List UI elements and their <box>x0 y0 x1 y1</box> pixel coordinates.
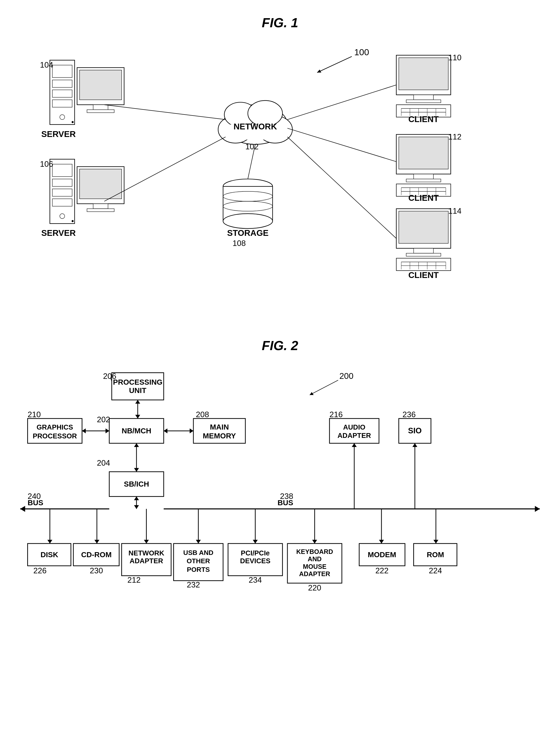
ref-114: 114 <box>448 206 461 215</box>
svg-line-20 <box>104 105 226 120</box>
svg-marker-95 <box>134 443 139 447</box>
usb-label3: PORTS <box>187 566 210 573</box>
ref-102: 102 <box>245 142 258 151</box>
ref-232: 232 <box>187 581 200 590</box>
ref-106: 106 <box>40 160 53 168</box>
processing-unit-label2: UNIT <box>129 386 146 395</box>
sio-label: SIO <box>408 426 422 435</box>
svg-rect-12 <box>52 90 72 97</box>
ref-104: 104 <box>40 61 53 69</box>
keyboard-label3: MOUSE <box>303 563 327 570</box>
fig2-title: FIG. 2 <box>20 338 540 353</box>
svg-rect-54 <box>399 137 448 169</box>
svg-marker-106 <box>47 540 52 544</box>
svg-rect-13 <box>52 100 72 107</box>
storage-icon <box>223 179 273 228</box>
svg-marker-120 <box>433 540 438 544</box>
ref-202-text: 202 <box>97 415 110 424</box>
svg-marker-101 <box>535 506 540 512</box>
svg-marker-103 <box>134 505 139 509</box>
svg-line-80 <box>287 137 396 238</box>
audio-label1: AUDIO <box>343 423 366 431</box>
fig2-diagram: 200 PROCESSING UNIT 206 NB/MCH 202 <box>20 358 540 724</box>
client1-icon <box>396 55 451 117</box>
ref-220: 220 <box>308 583 321 592</box>
ref-216: 216 <box>330 410 343 419</box>
fig2-container: FIG. 2 200 PROCESSING UNIT 206 NB/MC <box>20 338 540 729</box>
fig1-title: FIG. 1 <box>20 15 540 30</box>
server2-label: SERVER <box>41 228 76 237</box>
ref-226: 226 <box>33 566 46 575</box>
svg-marker-104 <box>134 497 139 500</box>
svg-marker-85 <box>135 415 140 419</box>
svg-rect-25 <box>52 199 72 206</box>
ref-236: 236 <box>402 410 416 419</box>
svg-rect-17 <box>93 105 108 110</box>
server1-icon <box>50 60 124 125</box>
audio-label2: ADAPTER <box>338 432 371 440</box>
main-memory-label2: MEMORY <box>203 432 236 440</box>
svg-marker-112 <box>196 540 201 544</box>
svg-point-31 <box>72 220 74 222</box>
modem-label: MODEM <box>368 550 396 559</box>
svg-line-66 <box>287 128 396 161</box>
rom-label: ROM <box>427 550 444 559</box>
ref-100: 100 <box>354 47 369 57</box>
server1-label: SERVER <box>41 129 76 139</box>
page: FIG. 1 100 <box>0 0 560 733</box>
ref-234: 234 <box>249 576 262 585</box>
svg-rect-69 <box>414 248 433 253</box>
svg-rect-28 <box>80 169 122 199</box>
server2-icon <box>50 159 124 223</box>
ref-230: 230 <box>90 566 103 575</box>
svg-rect-40 <box>399 58 448 90</box>
svg-rect-11 <box>52 80 72 87</box>
svg-marker-116 <box>312 540 317 544</box>
ref-238: 238 <box>280 492 293 501</box>
ref-222: 222 <box>375 566 389 575</box>
svg-point-19 <box>72 121 74 123</box>
keyboard-label4: ADAPTER <box>299 570 330 577</box>
keyboard-label1: KEYBOARD <box>296 548 333 555</box>
ref-212: 212 <box>127 576 140 585</box>
network-adapter-label1: NETWORK <box>129 549 164 557</box>
svg-marker-114 <box>253 540 258 544</box>
svg-line-0 <box>317 56 352 73</box>
svg-rect-23 <box>52 179 72 186</box>
main-memory-label1: MAIN <box>210 423 229 431</box>
svg-rect-22 <box>52 164 72 176</box>
network-cloud: NETWORK <box>218 101 292 144</box>
svg-rect-70 <box>406 253 441 256</box>
client3-label: CLIENT <box>408 270 439 280</box>
usb-label1: USB AND <box>183 549 214 557</box>
cd-rom-label: CD-ROM <box>81 550 112 559</box>
processing-unit-label1: PROCESSING <box>113 378 162 386</box>
svg-rect-68 <box>399 211 448 243</box>
network-label: NETWORK <box>233 122 277 131</box>
svg-rect-18 <box>87 110 114 113</box>
svg-rect-41 <box>414 95 433 100</box>
ref-210: 210 <box>27 410 41 419</box>
storage-label: STORAGE <box>227 228 269 237</box>
network-adapter-label2: ADAPTER <box>130 557 163 565</box>
svg-marker-100 <box>20 506 25 512</box>
disk-label: DISK <box>41 550 58 559</box>
svg-rect-24 <box>52 189 72 196</box>
ref-200: 200 <box>339 371 353 381</box>
svg-rect-42 <box>406 100 441 103</box>
svg-line-52 <box>287 85 396 120</box>
ref-204: 204 <box>97 459 110 468</box>
svg-point-35 <box>223 214 273 228</box>
client2-label: CLIENT <box>408 193 439 202</box>
ref-108: 108 <box>232 239 246 248</box>
ref-240: 240 <box>27 492 41 501</box>
pci-label1: PCI/PCIe <box>241 549 270 557</box>
graphics-label1: GRAPHICS <box>37 423 73 431</box>
fig1-svg: 100 NETWORK 102 <box>20 35 540 313</box>
ref-224: 224 <box>429 566 442 575</box>
keyboard-label2: AND <box>308 556 321 563</box>
usb-label2: OTHER <box>187 557 210 565</box>
ref-206: 206 <box>103 372 116 381</box>
svg-marker-92 <box>164 428 167 433</box>
pci-label2: DEVICES <box>240 557 271 565</box>
